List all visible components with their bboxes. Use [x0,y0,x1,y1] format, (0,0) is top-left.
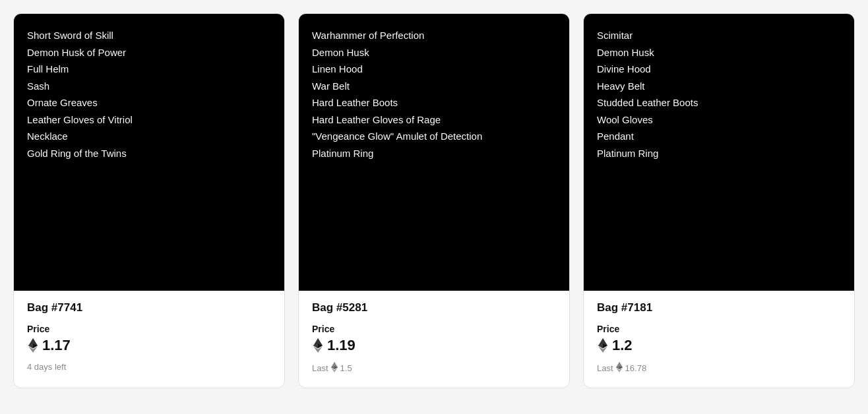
item-3: War Belt [312,78,556,95]
price-row: 1.2 [597,337,841,354]
price-row: 1.19 [312,337,556,354]
card-bag-5281[interactable]: Warhammer of PerfectionDemon HuskLinen H… [298,13,570,388]
item-3: Sash [27,78,271,95]
last-value: 1.5 [340,363,352,373]
last-label: Last [597,363,613,373]
item-5: Wool Gloves [597,111,841,129]
eth-icon [312,340,324,351]
item-1: Demon Husk of Power [27,44,271,61]
item-4: Hard Leather Boots [312,94,556,111]
meta-row: Last 16.78 [597,362,841,374]
item-5: Leather Gloves of Vitriol [27,111,271,129]
eth-icon-small [331,362,338,374]
card-body: Bag #5281Price 1.19Last 1.5 [299,291,569,388]
item-6: Pendant [597,128,841,145]
item-2: Full Helm [27,61,271,78]
item-7: Platinum Ring [597,145,841,162]
last-value: 16.78 [625,363,647,373]
item-0: Warhammer of Perfection [312,27,556,44]
cards-grid: Short Sword of SkillDemon Husk of PowerF… [13,13,855,388]
card-bag-7181[interactable]: ScimitarDemon HuskDivine HoodHeavy BeltS… [583,13,855,388]
price-label: Price [27,324,271,334]
item-6: Necklace [27,128,271,145]
eth-icon-small [616,362,623,374]
card-image: Short Sword of SkillDemon Husk of PowerF… [14,14,284,291]
item-7: Gold Ring of the Twins [27,145,271,162]
item-3: Heavy Belt [597,78,841,95]
item-1: Demon Husk [597,44,841,61]
card-body: Bag #7181Price 1.2Last 16.78 [584,291,854,388]
price-value: 1.2 [612,337,633,354]
item-2: Linen Hood [312,61,556,78]
card-image: ScimitarDemon HuskDivine HoodHeavy BeltS… [584,14,854,291]
last-label: Last [312,363,328,373]
item-4: Ornate Greaves [27,94,271,111]
eth-icon [27,340,39,351]
card-bag-7741[interactable]: Short Sword of SkillDemon Husk of PowerF… [13,13,285,388]
bag-number: Bag #7741 [27,301,271,314]
item-7: Platinum Ring [312,145,556,162]
card-body: Bag #7741Price 1.174 days left [14,291,284,385]
bag-number: Bag #5281 [312,301,556,314]
price-value: 1.19 [327,337,356,354]
price-row: 1.17 [27,337,271,354]
card-image: Warhammer of PerfectionDemon HuskLinen H… [299,14,569,291]
item-0: Scimitar [597,27,841,44]
item-6: "Vengeance Glow" Amulet of Detection [312,128,556,145]
price-label: Price [597,324,841,334]
item-4: Studded Leather Boots [597,94,841,111]
price-value: 1.17 [42,337,71,354]
item-5: Hard Leather Gloves of Rage [312,111,556,129]
item-2: Divine Hood [597,61,841,78]
item-1: Demon Husk [312,44,556,61]
price-label: Price [312,324,556,334]
bag-number: Bag #7181 [597,301,841,314]
meta-row: 4 days left [27,362,271,372]
item-0: Short Sword of Skill [27,27,271,44]
eth-icon [597,340,609,351]
meta-row: Last 1.5 [312,362,556,374]
